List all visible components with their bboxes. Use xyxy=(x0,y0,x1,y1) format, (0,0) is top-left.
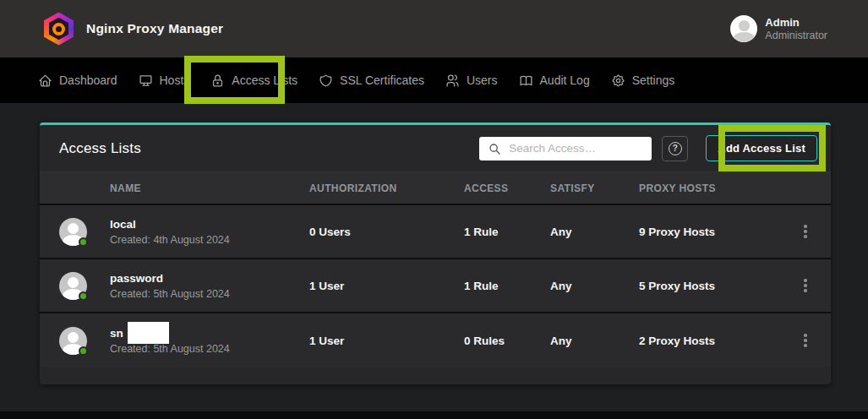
access-value: 0 Rules xyxy=(464,335,550,347)
help-button[interactable]: ? xyxy=(662,136,688,161)
nav-item-dashboard[interactable]: Dashboard xyxy=(38,73,117,88)
nav-item-settings[interactable]: Settings xyxy=(611,73,675,88)
column-header-proxy-hosts: PROXY HOSTS xyxy=(639,182,780,194)
authorization-value: 0 Users xyxy=(309,226,464,238)
search-icon xyxy=(489,143,501,155)
access-list-avatar-icon xyxy=(59,218,87,246)
satisfy-value: Any xyxy=(550,280,639,292)
nav-item-users[interactable]: Users xyxy=(445,73,498,88)
nav-label: Audit Log xyxy=(540,73,590,87)
authorization-value: 1 User xyxy=(309,335,464,347)
access-list-name: sn xyxy=(110,327,309,340)
nav-label: SSL Certificates xyxy=(340,73,424,87)
access-list-avatar-icon xyxy=(59,272,87,300)
user-name: Admin xyxy=(765,16,827,29)
add-access-list-button[interactable]: Add Access List xyxy=(706,135,817,161)
top-header: Nginx Proxy Manager Admin Administrator xyxy=(0,0,868,57)
table-row: sn Created: 5th August 2024 1 User 0 Rul… xyxy=(40,313,831,367)
table-row: local Created: 4th August 2024 0 Users 1… xyxy=(40,205,831,259)
column-header-name: NAME xyxy=(110,182,309,194)
app-logo-icon xyxy=(44,13,74,46)
status-dot xyxy=(79,346,88,356)
book-icon xyxy=(519,73,533,88)
nav-label: Settings xyxy=(632,73,675,87)
search-input[interactable] xyxy=(479,137,652,161)
home-icon xyxy=(38,73,52,88)
nav-item-hosts[interactable]: Hosts xyxy=(139,73,190,88)
app-title: Nginx Proxy Manager xyxy=(86,21,223,36)
access-list-name: local xyxy=(110,218,309,231)
access-value: 1 Rule xyxy=(464,280,550,292)
access-list-avatar-icon xyxy=(59,327,87,355)
nav-label: Hosts xyxy=(160,73,190,87)
nav-label: Users xyxy=(467,73,498,87)
nav-item-access-lists[interactable]: Access Lists xyxy=(210,73,298,88)
row-menu-icon[interactable] xyxy=(800,221,811,242)
panel-header: Access Lists ? Add Access List xyxy=(40,125,831,171)
user-menu[interactable]: Admin Administrator xyxy=(730,15,827,42)
created-date: Created: 5th August 2024 xyxy=(110,343,309,355)
column-header-satisfy: SATISFY xyxy=(550,182,639,194)
monitor-icon xyxy=(139,73,153,88)
satisfy-value: Any xyxy=(550,226,639,238)
status-dot xyxy=(79,291,88,301)
main-nav: Dashboard Hosts Access Lists SSL Certifi… xyxy=(0,57,868,103)
created-date: Created: 5th August 2024 xyxy=(110,288,309,300)
help-icon: ? xyxy=(669,142,682,155)
nav-item-audit-log[interactable]: Audit Log xyxy=(519,73,590,88)
satisfy-value: Any xyxy=(550,335,639,347)
user-role: Administrator xyxy=(765,30,827,41)
logo-ring xyxy=(52,23,65,35)
redaction-box xyxy=(128,322,169,344)
column-header-authorization: AUTHORIZATION xyxy=(309,182,464,194)
column-header-access: ACCESS xyxy=(464,182,550,194)
status-dot xyxy=(79,237,88,247)
lock-icon xyxy=(210,73,225,88)
row-menu-icon[interactable] xyxy=(800,275,811,296)
row-menu-icon[interactable] xyxy=(800,330,811,351)
shield-icon xyxy=(319,73,333,88)
search-box xyxy=(479,137,652,161)
app-window: Nginx Proxy Manager Admin Administrator … xyxy=(0,0,868,419)
users-icon xyxy=(445,73,460,88)
access-lists-panel: Access Lists ? Add Access List NAME AUTH… xyxy=(40,122,831,384)
access-list-name: password xyxy=(110,272,309,285)
nav-label: Access Lists xyxy=(232,73,298,87)
gear-icon xyxy=(611,73,625,88)
created-date: Created: 4th August 2024 xyxy=(110,234,309,246)
authorization-value: 1 User xyxy=(309,280,464,292)
bottom-edge xyxy=(0,411,868,419)
access-value: 1 Rule xyxy=(464,226,550,238)
table-row: password Created: 5th August 2024 1 User… xyxy=(40,259,831,313)
nav-item-ssl-certificates[interactable]: SSL Certificates xyxy=(319,73,424,88)
panel-title: Access Lists xyxy=(59,140,141,157)
proxy-hosts-value: 2 Proxy Hosts xyxy=(639,335,780,347)
proxy-hosts-value: 9 Proxy Hosts xyxy=(639,226,780,238)
table-header: NAME AUTHORIZATION ACCESS SATISFY PROXY … xyxy=(40,171,831,205)
proxy-hosts-value: 5 Proxy Hosts xyxy=(639,280,780,292)
nav-label: Dashboard xyxy=(59,73,117,87)
user-avatar-icon xyxy=(730,15,757,42)
